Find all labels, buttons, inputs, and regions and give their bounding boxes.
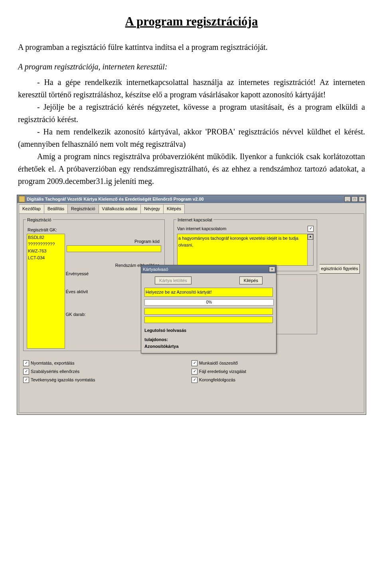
info-textarea[interactable]: a hagyományos tachográf korongok vezetés… xyxy=(177,234,314,266)
p2: - Jejölje be a regisztráció kérés négyze… xyxy=(18,101,365,126)
maximize-button[interactable]: □ xyxy=(351,196,358,202)
check-violation[interactable]: ✓ Szabálysértés ellenőrzés xyxy=(23,368,192,375)
minimize-button[interactable]: _ xyxy=(344,196,351,202)
app-icon xyxy=(19,196,25,202)
close-button[interactable]: × xyxy=(359,196,365,202)
sub-title: A program regisztrációja, interneten ker… xyxy=(18,61,365,73)
tab-kezdolap[interactable]: Kezdőlap xyxy=(19,204,44,213)
program-code-input[interactable] xyxy=(67,245,161,252)
registration-watch-button[interactable]: egisztráció figyelés xyxy=(320,264,360,274)
owner-label: tulajdonos: xyxy=(144,336,273,343)
card-reader-dialog[interactable]: Kártyaolvasó × Kártya letöltés Kilépés H… xyxy=(141,265,276,353)
hint-field: Helyezze be az Azonosító kártyát! xyxy=(144,288,273,297)
checkbox-icon[interactable]: ✓ xyxy=(192,377,197,383)
check-label: Korongfeldolgozás xyxy=(199,377,235,383)
tab-kilepes[interactable]: Kilépés xyxy=(163,204,185,213)
page-title: A program regisztrációja xyxy=(18,12,365,31)
check-disk-processing[interactable]: ✓ Korongfeldolgozás xyxy=(192,377,360,383)
tab-beallitas[interactable]: Beállítás xyxy=(44,204,68,213)
info-textarea-text: a hagyományos tachográf korongok vezetés… xyxy=(178,235,308,249)
checkbox-icon[interactable]: ✓ xyxy=(23,360,29,366)
check-label: Szabálysértés ellenőrzés xyxy=(31,368,79,375)
check-label: Nyomtatás, exportálás xyxy=(31,360,74,367)
dialog-exit-button[interactable]: Kilépés xyxy=(239,276,263,284)
p4: Amíg a program nincs regisztrálva próbav… xyxy=(18,150,365,187)
program-code-label: Program kód xyxy=(65,237,161,245)
list-item[interactable]: LCT-034 xyxy=(28,255,65,261)
window-title: Digitális Tachográf Vezetői Kártya Kiele… xyxy=(27,196,204,203)
check-activity-cert[interactable]: ✓ Tevékenység igazolás nyomtatás xyxy=(23,377,192,383)
dialog-close-button[interactable]: × xyxy=(269,266,275,272)
scroll-up-icon[interactable]: ▲ xyxy=(308,234,313,240)
check-label: Tevékenység igazolás nyomtatás xyxy=(31,377,95,383)
checkbox-icon[interactable]: ✓ xyxy=(192,360,197,366)
list-item[interactable]: ??????????? xyxy=(28,241,65,248)
tab-bar: Kezdőlap Beállítás Regisztráció Vállalko… xyxy=(17,203,366,213)
check-worktime[interactable]: ✓ Munkaidő összesítő xyxy=(192,360,360,367)
check-label: Fájl eredetiség vizsgálat xyxy=(199,368,246,375)
checkbox-icon[interactable]: ✓ xyxy=(23,377,29,383)
check-file-integrity[interactable]: ✓ Fájl eredetiség vizsgálat xyxy=(192,368,360,375)
options-area: ✓ Nyomtatás, exportálás ✓ Szabálysértés … xyxy=(23,358,360,385)
titlebar[interactable]: Digitális Tachográf Vezetői Kártya Kiele… xyxy=(17,195,366,203)
scrollbar[interactable]: ▲ xyxy=(307,234,313,265)
has-internet-checkbox[interactable]: ✓ xyxy=(308,226,314,232)
internet-legend: Internet kapcsolat xyxy=(176,217,213,223)
registered-gk-label: Regisztrált GK: xyxy=(27,225,161,234)
status-field-2 xyxy=(144,316,273,323)
internet-groupbox: Internet kapcsolat Van internet kapcsola… xyxy=(174,219,317,271)
list-item[interactable]: KWZ-763 xyxy=(28,248,65,255)
client-area: Regisztráció Regisztrált GK: BSDL82 ????… xyxy=(19,213,364,413)
registration-legend: Regisztráció xyxy=(26,217,53,223)
dialog-title: Kártyaolvasó xyxy=(143,266,168,273)
status-field-1 xyxy=(144,308,273,315)
app-window: Digitális Tachográf Vezetői Kártya Kiele… xyxy=(17,195,366,415)
dialog-titlebar[interactable]: Kártyaolvasó × xyxy=(141,265,276,273)
check-print-export[interactable]: ✓ Nyomtatás, exportálás xyxy=(23,360,192,367)
card-download-button[interactable]: Kártya letöltés xyxy=(155,276,192,284)
tab-nevjegy[interactable]: Névjegy xyxy=(140,204,164,213)
body-text: - Ha a gépe rendelkezik internetkapcsola… xyxy=(18,76,365,187)
last-read-label: Legutolsó leolvasás xyxy=(144,327,273,334)
tab-regisztracio[interactable]: Regisztráció xyxy=(67,204,99,213)
checkbox-icon[interactable]: ✓ xyxy=(23,369,29,375)
intro-paragraph: A programban a regisztáció fülre kattint… xyxy=(18,41,365,53)
list-item[interactable]: BSDL82 xyxy=(28,234,65,241)
tab-vallalkozas[interactable]: Vállalkozás adatai xyxy=(99,204,141,213)
p1: - Ha a gépe rendelkezik internetkapcsola… xyxy=(18,76,365,101)
id-card-label: Azonosítókártya xyxy=(144,343,273,350)
progress-bar: 0% xyxy=(144,299,274,306)
has-internet-label: Van internet kapcsolatom xyxy=(177,225,308,232)
check-label: Munkaidő összesítő xyxy=(199,360,238,367)
p3: - Ha nem rendelkezik azonosító kártyával… xyxy=(18,126,365,150)
checkbox-icon[interactable]: ✓ xyxy=(192,369,197,375)
registered-gk-list[interactable]: BSDL82 ??????????? KWZ-763 LCT-034 xyxy=(27,234,65,349)
